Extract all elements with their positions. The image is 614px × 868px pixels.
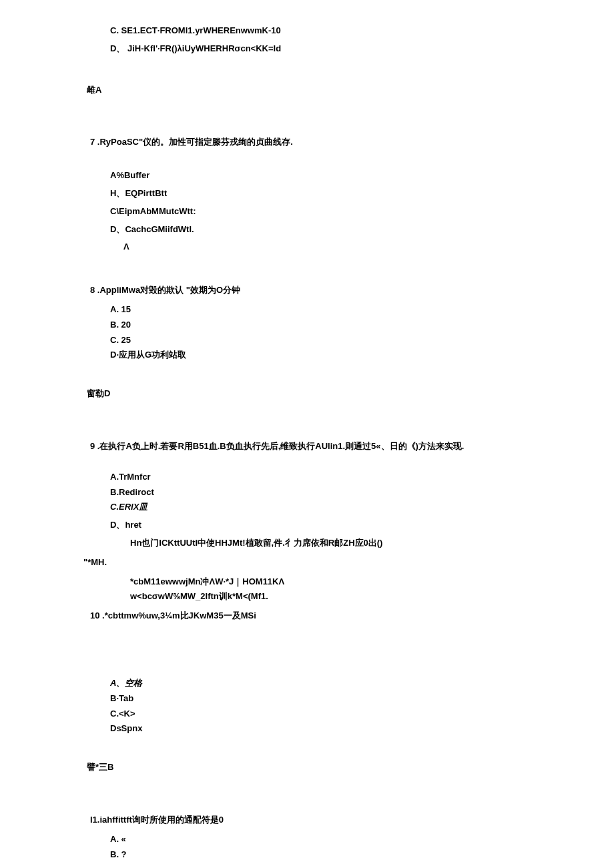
q6-option-d: D、 JiH-KfI'·FR()λiUyWHERHRσcn<KK=Id	[90, 42, 574, 56]
q6-option-c: C. SE1.ECT·FROMl1.yrWHEREnwwmK-10	[90, 24, 574, 38]
q8-text: 8 .AppliMwa对毁的欺认 "效期为O分钟	[90, 284, 574, 298]
q9-text: 9 .在执行A负上时.若要R用B51血.B负血执行先后,维致执行AUlin1.则…	[90, 440, 574, 454]
q11-option-b: B. ?	[90, 848, 574, 862]
q10-option-d: DsSpnx	[90, 722, 574, 736]
q11-option-a: A. «	[90, 833, 574, 847]
q10-answer: 譬*三B	[87, 761, 574, 775]
q9-option-d: D、hret	[90, 518, 574, 532]
q9-line2: *cbM11ewwwjMn冲ΛW·*J｜HOM11KΛ	[90, 575, 574, 589]
q10-option-b: B·Tab	[90, 692, 574, 706]
q7-answer: Λ	[90, 240, 574, 254]
q7-text: 7 .RyPoaSC"仪的。加性可指定滕芬戎绚的贞曲线存.	[90, 135, 574, 149]
q8-option-b: B. 20	[90, 318, 574, 332]
q9-option-b: B.Rediroct	[90, 486, 574, 500]
q7-option-c: C\EipmAbMMutcWtt:	[90, 205, 574, 219]
q8-option-d: D·应用从G功利站取	[90, 348, 574, 362]
q8-option-a: A. 15	[90, 303, 574, 317]
q6-answer: 雌A	[87, 83, 574, 97]
q9-option-c: C.ERIX皿	[90, 500, 574, 514]
q9-option-a: A.TrMnfcr	[90, 470, 574, 484]
q10-text: 10 .*cbttmw%uw,3¼m比JKwM35一及MSi	[90, 609, 574, 623]
q7-option-a: A%Buffer	[90, 169, 574, 183]
q9-side: "*MH.	[83, 556, 574, 570]
q9-line3: w<bcσwW⅝MW_2Iftn训k*M<(Mf1.	[90, 590, 574, 604]
q7-option-b: H、EQPirttBtt	[90, 187, 574, 201]
q9-line1: Hn也门ICKttUUtl中使HHJMt!植敢留,件.彳力席依和R邮ZH应0出(…	[90, 536, 574, 550]
q11-text: I1.iahffittft询时所使用的通配符是0	[90, 813, 574, 827]
q7-option-d: D、CachcGMiifdWtl.	[90, 223, 574, 237]
q10-option-c: C.<K>	[90, 707, 574, 721]
q8-answer: 窗勒D	[87, 387, 574, 401]
q8-option-c: C. 25	[90, 334, 574, 348]
q10-option-a: A、空格	[90, 677, 574, 691]
